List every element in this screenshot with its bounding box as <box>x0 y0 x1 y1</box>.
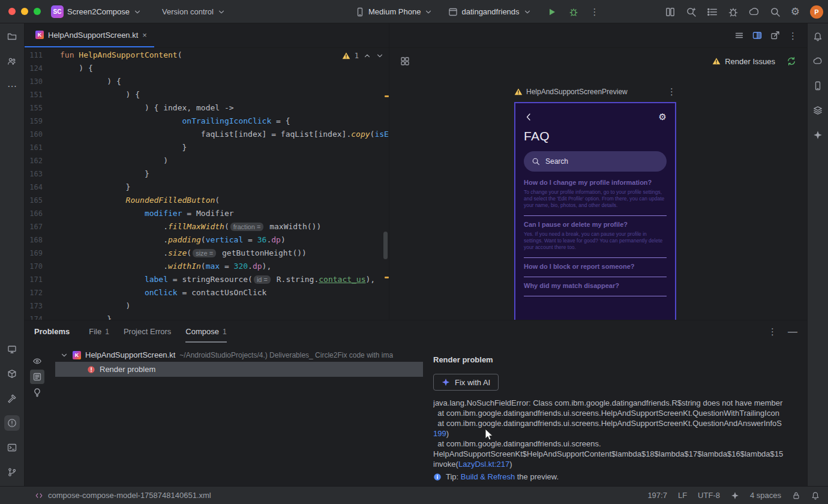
device-manager-icon[interactable] <box>810 78 826 94</box>
faq-screen-title: FAQ <box>524 128 667 144</box>
todo-list-icon[interactable] <box>707 7 718 17</box>
dependencies-icon[interactable] <box>4 366 20 382</box>
preview-options-icon[interactable]: ⋮ <box>667 87 676 96</box>
detach-editor-icon[interactable] <box>770 31 780 40</box>
editor-tab[interactable]: K HelpAndSupportScreen.kt × <box>25 23 154 47</box>
refresh-preview-icon[interactable] <box>787 56 796 66</box>
zoom-window-button[interactable] <box>34 8 41 15</box>
user-avatar[interactable]: P <box>810 5 823 19</box>
code-editor[interactable]: 111fun HelpAndSupportContent(124 ) {130 … <box>25 49 389 320</box>
tab-compose[interactable]: Compose1 <box>185 320 226 343</box>
details-view-icon[interactable] <box>30 370 44 384</box>
hide-panel-icon[interactable]: — <box>788 326 797 337</box>
running-devices-icon[interactable] <box>4 341 20 357</box>
split-editor-icon[interactable] <box>752 31 762 40</box>
phone-preview[interactable]: ⚙ FAQ Search How do I change my profile … <box>514 102 676 320</box>
project-selector[interactable]: SC Screen2Compose <box>51 0 142 23</box>
ai-status-icon[interactable] <box>731 491 739 500</box>
lock-icon[interactable] <box>792 491 800 500</box>
warning-stripe-mark[interactable] <box>385 277 389 278</box>
render-issues-label: Render Issues <box>725 57 775 66</box>
git-branch-icon <box>7 467 17 477</box>
users-icon <box>7 56 17 66</box>
close-tab-icon[interactable]: × <box>142 31 147 39</box>
gemini-icon[interactable] <box>810 127 826 143</box>
compare-icon[interactable] <box>665 7 676 17</box>
line-ending[interactable]: LF <box>678 491 687 500</box>
inspection-widget[interactable]: 1 <box>342 52 384 60</box>
profiler-icon[interactable] <box>728 7 739 17</box>
statusbar-file-name: compose-compose-model-1758748140651.xml <box>48 491 211 500</box>
more-tool-windows-icon[interactable]: ⋯ <box>4 78 20 94</box>
ai-search-icon[interactable] <box>686 7 697 17</box>
folder-icon <box>7 32 17 41</box>
run-button[interactable] <box>547 7 557 17</box>
xml-file-icon <box>35 491 43 500</box>
problems-tool-icon[interactable] <box>4 415 20 431</box>
editor-list-icon[interactable] <box>734 31 744 40</box>
minimize-window-button[interactable] <box>21 8 28 15</box>
render-issues[interactable]: Render Issues <box>712 56 796 66</box>
eye-icon <box>32 356 42 366</box>
stack-link[interactable]: 199 <box>433 429 446 438</box>
file-encoding[interactable]: UTF-8 <box>698 491 720 500</box>
gradle-tool-icon[interactable] <box>810 53 826 69</box>
run-config-selector[interactable]: datingandfriends <box>461 7 519 16</box>
monitor-icon <box>7 344 17 354</box>
more-actions-icon[interactable]: ⋮ <box>590 7 599 16</box>
line-number: 172 <box>25 286 43 299</box>
stack-trace-line: invoke(LazyDsl.kt:217) <box>433 459 805 469</box>
line-number: 170 <box>25 260 43 273</box>
line-number: 155 <box>25 101 43 115</box>
gradle-sync-icon[interactable] <box>749 7 760 17</box>
code-line: 155 ) { index, model -> <box>25 101 389 115</box>
code-line: 160 faqList[index] = faqList[index].copy… <box>25 128 389 141</box>
device-selector[interactable]: Medium Phone <box>368 7 421 16</box>
settings-icon[interactable]: ⚙ <box>791 7 800 17</box>
cursor-position[interactable]: 197:7 <box>647 491 667 500</box>
project-tool-icon[interactable] <box>4 29 20 44</box>
indent-setting[interactable]: 4 spaces <box>750 491 781 500</box>
version-control-menu[interactable]: Version control <box>162 0 226 23</box>
stack-trace-line: HelpAndSupportScreenKt$HelpAndSupportCon… <box>433 449 805 459</box>
editor-scrollbar[interactable] <box>383 232 388 259</box>
build-icon[interactable] <box>4 391 20 406</box>
line-number: 165 <box>25 194 43 207</box>
close-window-button[interactable] <box>8 8 16 15</box>
statusbar: compose-compose-model-1758748140651.xml … <box>0 486 828 504</box>
editor-options-icon[interactable]: ⋮ <box>788 31 797 40</box>
render-problem-row[interactable]: Render problem <box>55 362 423 377</box>
expand-chevron-icon[interactable] <box>60 351 68 359</box>
stack-trace-line: at com.ibm.google.datingandfriends.ui.sc… <box>433 408 805 418</box>
code-line: 172 onClick = contactUsOnClick <box>25 286 389 299</box>
chevron-down-icon <box>424 8 433 16</box>
search-everywhere-icon[interactable] <box>770 7 781 17</box>
build-refresh-link[interactable]: Build & Refresh <box>461 472 515 481</box>
faq-answer: Yes. If you need a break, you can pause … <box>524 231 667 251</box>
problems-file-row[interactable]: K HelpAndSupportScreen.kt ~/AndroidStudi… <box>60 347 448 362</box>
previous-issue-icon[interactable] <box>363 52 371 60</box>
grid-view-icon[interactable] <box>400 56 410 66</box>
render-problem-label: Render problem <box>100 365 155 374</box>
preview-visibility-icon[interactable] <box>30 354 44 368</box>
version-control-tool-icon[interactable] <box>4 464 20 480</box>
project-name: Screen2Compose <box>67 7 130 16</box>
panel-options-icon[interactable]: ⋮ <box>768 327 777 336</box>
users-tool-icon[interactable] <box>4 53 20 69</box>
next-issue-icon[interactable] <box>376 52 384 60</box>
warning-stripe-mark[interactable] <box>385 95 389 97</box>
line-number: 173 <box>25 299 43 313</box>
terminal-tool-icon[interactable] <box>4 440 20 455</box>
quick-fix-icon[interactable] <box>30 385 44 400</box>
tab-project-errors[interactable]: Project Errors <box>124 320 171 343</box>
tab-file[interactable]: File1 <box>89 320 109 343</box>
fix-with-ai-button[interactable]: Fix with AI <box>433 374 499 391</box>
notifications-icon[interactable] <box>810 29 826 44</box>
faq-question: How do I change my profile information? <box>524 179 667 186</box>
notifications-icon[interactable] <box>811 491 820 500</box>
editor-tab-title: HelpAndSupportScreen.kt <box>48 31 138 40</box>
debug-button[interactable] <box>569 7 578 17</box>
stack-link[interactable]: LazyDsl.kt:217 <box>458 460 509 469</box>
build-variants-icon[interactable] <box>810 103 826 118</box>
problems-panel: Problems File1Project ErrorsCompose1 ⋮ —… <box>25 320 807 486</box>
